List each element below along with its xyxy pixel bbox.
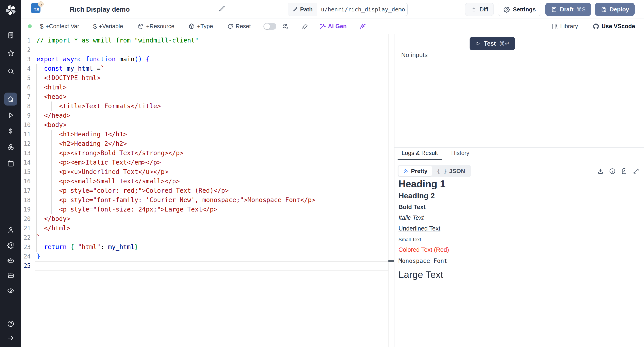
line-number: 8: [21, 102, 31, 111]
code-line[interactable]: [36, 45, 394, 54]
dollar-icon: $: [40, 22, 44, 30]
code-line[interactable]: return { "html": my_html}: [36, 242, 394, 252]
code-line[interactable]: }: [36, 252, 394, 261]
sidebar-item-arrow-right[interactable]: [0, 331, 21, 345]
sidebar-group-1: [0, 20, 21, 84]
sidebar-item-dollar[interactable]: [0, 123, 21, 139]
sidebar-item-cubes[interactable]: [0, 139, 21, 156]
play-icon: [7, 111, 14, 119]
code-line[interactable]: <p style="color: red;">Colored Text (Red…: [36, 186, 394, 196]
code-line[interactable]: const my_html =`: [36, 64, 394, 73]
view-pretty-button[interactable]: Pretty: [398, 166, 432, 176]
diff-label: Diff: [480, 6, 488, 13]
code-editor[interactable]: 1234567891011121314151617181920212223242…: [21, 34, 394, 347]
code-line[interactable]: <p><u>Underlined Text</u></p>: [36, 167, 394, 177]
code-line[interactable]: </body>: [36, 214, 394, 224]
code-line[interactable]: </head>: [36, 111, 394, 120]
view-pretty-label: Pretty: [411, 168, 428, 174]
add-type-button[interactable]: +Type: [188, 23, 213, 30]
script-emoji-avatar: [38, 1, 44, 7]
calendar-icon: [7, 160, 14, 167]
code-line[interactable]: <html>: [36, 83, 394, 92]
result-italic: Italic Text: [398, 214, 640, 221]
package-icon: [138, 23, 144, 30]
settings-label: Settings: [513, 6, 536, 13]
deploy-label: Deploy: [610, 6, 629, 13]
test-shortcut: ⌘↵: [499, 40, 510, 47]
line-number: 21: [21, 224, 31, 233]
folder-icon: [7, 272, 14, 279]
code-line[interactable]: [36, 261, 394, 270]
reset-button[interactable]: Reset: [227, 23, 251, 30]
line-number: 5: [21, 73, 31, 83]
code-line[interactable]: <h1>Heading 1</h1>: [36, 130, 394, 139]
windmill-logo[interactable]: [0, 0, 21, 20]
code-line[interactable]: // import * as wmill from "windmill-clie…: [36, 36, 394, 45]
line-number: 9: [21, 111, 31, 120]
code-lines[interactable]: // import * as wmill from "windmill-clie…: [34, 36, 394, 270]
code-line[interactable]: <p style="font-family: 'Courier New', mo…: [36, 196, 394, 205]
draft-button[interactable]: Draft ⌘S: [546, 3, 591, 16]
person-icon: [7, 226, 14, 234]
collaborators-button[interactable]: [282, 23, 289, 30]
settings-button[interactable]: Settings: [498, 3, 541, 16]
code-line[interactable]: <title>Text Formats</title>: [36, 102, 394, 111]
add-resource-label: +Resource: [146, 23, 174, 30]
sidebar-item-help[interactable]: [0, 316, 21, 331]
ai-gen-button[interactable]: AI Gen: [319, 23, 347, 30]
code-line[interactable]: <h2>Heading 2</h2>: [36, 139, 394, 148]
line-number: 7: [21, 92, 31, 102]
download-result-icon[interactable]: [597, 168, 604, 174]
sidebar-item-building[interactable]: [0, 26, 21, 44]
sidebar-item-gear[interactable]: [0, 238, 21, 253]
ai-sparkles-button[interactable]: [359, 23, 366, 30]
add-resource-button[interactable]: +Resource: [138, 23, 174, 30]
sidebar: [0, 0, 21, 347]
format-button[interactable]: [302, 23, 308, 30]
library-button[interactable]: Library: [552, 23, 578, 30]
edit-summary-pencil-icon[interactable]: [218, 5, 226, 14]
add-context-var-button[interactable]: $ +Context Var: [40, 22, 79, 30]
sidebar-item-play[interactable]: [0, 107, 21, 123]
code-line[interactable]: `: [36, 233, 394, 242]
deploy-button[interactable]: Deploy: [595, 3, 634, 16]
test-button[interactable]: Test ⌘↵: [470, 37, 515, 50]
path-value[interactable]: u/henri/rich_display_demo: [317, 3, 408, 16]
sidebar-item-home[interactable]: [0, 91, 21, 107]
code-line[interactable]: <p><strong>Bold Text</strong></p>: [36, 148, 394, 158]
pen-nib-icon: [403, 168, 409, 174]
tab-logs-result[interactable]: Logs & Result: [398, 150, 442, 160]
copy-to-clipboard-icon[interactable]: [621, 168, 628, 174]
code-line[interactable]: <!DOCTYPE html>: [36, 73, 394, 83]
expand-result-icon[interactable]: [632, 168, 640, 174]
home-icon: [7, 95, 14, 103]
info-icon[interactable]: [609, 168, 616, 174]
library-icon: [552, 23, 558, 30]
code-line[interactable]: <p><small>Small Text</small></p>: [36, 177, 394, 186]
sidebar-item-search[interactable]: [0, 62, 21, 80]
gutter: 1234567891011121314151617181920212223242…: [21, 36, 34, 270]
code-line[interactable]: <p><em>Italic Text</em></p>: [36, 158, 394, 167]
code-line[interactable]: <head>: [36, 92, 394, 102]
path-field[interactable]: Path u/henri/rich_display_demo: [288, 3, 408, 16]
add-variable-button[interactable]: $ +Variable: [93, 22, 123, 30]
use-vscode-button[interactable]: Use VScode: [592, 23, 635, 30]
sidebar-item-person[interactable]: [0, 222, 21, 238]
code-line[interactable]: <p style="font-size: 24px;">Large Text</…: [36, 205, 394, 214]
diff-button[interactable]: Diff: [465, 3, 494, 16]
rendered-result: Heading 1Heading 2Bold TextItalic TextUn…: [394, 177, 644, 280]
sidebar-item-calendar[interactable]: [0, 156, 21, 172]
code-line[interactable]: export async function main() {: [36, 54, 394, 64]
tab-history[interactable]: History: [447, 150, 474, 160]
sidebar-item-eye[interactable]: [0, 283, 21, 298]
line-number: 16: [21, 177, 31, 186]
main-area: TS Rich Display demo Path u/henri/rich_d…: [21, 0, 644, 347]
code-line[interactable]: </html>: [36, 224, 394, 233]
sidebar-item-folder[interactable]: [0, 268, 21, 283]
vim-mode-toggle[interactable]: [264, 23, 276, 30]
sidebar-item-star[interactable]: [0, 44, 21, 62]
sidebar-item-robot[interactable]: [0, 253, 21, 268]
code-line[interactable]: <body>: [36, 120, 394, 130]
use-vscode-label: Use VScode: [602, 23, 635, 30]
view-json-button[interactable]: { } JSON: [432, 168, 470, 174]
